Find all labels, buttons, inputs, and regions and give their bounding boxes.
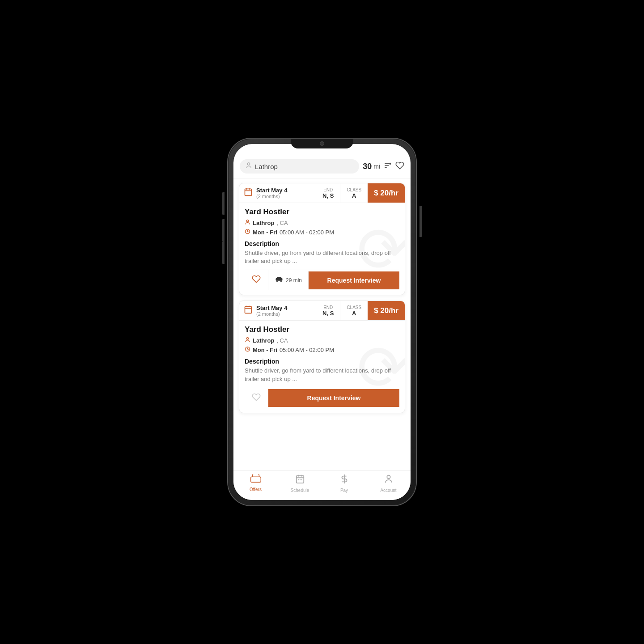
svg-point-18 (246, 338, 248, 339)
start-label-1: Start May 4 (256, 187, 287, 194)
schedule-time-2: 05:00 AM - 02:00 PM (280, 347, 334, 353)
app-content: Lathrop 30 mi (233, 154, 411, 500)
class-value-2: A (352, 310, 356, 317)
account-nav-label: Account (380, 488, 396, 493)
start-duration-1: (2 months) (256, 194, 287, 199)
car-icon-1 (275, 275, 284, 285)
nav-account[interactable]: Account (366, 474, 411, 493)
class-box-2: Class A (340, 301, 368, 320)
desc-title-2: Description (245, 358, 399, 365)
svg-point-13 (280, 280, 282, 282)
svg-rect-11 (277, 277, 281, 279)
card-body-2: Yard Hostler Lathrop , CA (239, 321, 405, 412)
location-state-2: , CA (276, 337, 288, 344)
card-header-left-2: Start May 4 (2 months) (239, 301, 316, 320)
save-job-button-1[interactable] (245, 270, 268, 290)
svg-point-29 (387, 475, 390, 479)
location-search[interactable]: Lathrop (240, 159, 359, 174)
offers-nav-icon (250, 474, 261, 486)
job-location-1: Lathrop , CA (245, 219, 399, 226)
price-badge-1: $ 20/hr (368, 183, 405, 203)
job-location-2: Lathrop , CA (245, 337, 399, 344)
schedule-nav-label: Schedule (291, 488, 309, 493)
schedule-nav-icon (295, 474, 305, 487)
job-card-1: Start May 4 (2 months) END N, S Class A (239, 183, 405, 295)
drive-time-text-1: 29 min (286, 277, 302, 284)
phone-frame: Lathrop 30 mi (228, 139, 416, 505)
phone-camera (320, 141, 324, 146)
save-job-button-2[interactable] (245, 388, 268, 408)
class-box-1: Class A (340, 183, 368, 203)
svg-point-12 (276, 280, 278, 282)
phone-screen: Lathrop 30 mi (233, 144, 411, 500)
class-label-2: Class (347, 305, 361, 310)
end-box-1: END N, S (316, 183, 340, 203)
job-cards-list: Start May 4 (2 months) END N, S Class A (233, 178, 411, 470)
price-badge-2: $ 20/hr (368, 301, 405, 320)
favorites-icon[interactable] (395, 161, 404, 172)
card-footer-2-partial: Request Interview (245, 388, 399, 408)
request-interview-button-2-partial[interactable]: Request Interview (268, 389, 399, 407)
svg-point-8 (246, 220, 248, 222)
nav-offers[interactable]: Offers (233, 474, 278, 493)
card-header-left-1: Start May 4 (2 months) (239, 183, 316, 203)
distance-box[interactable]: 30 mi (363, 162, 380, 171)
clock-icon-1 (245, 229, 250, 236)
calendar-icon-2 (244, 305, 253, 316)
class-value-1: A (352, 192, 356, 199)
svg-rect-20 (250, 477, 261, 482)
svg-point-0 (247, 163, 250, 165)
class-label-1: Class (347, 187, 361, 192)
distance-unit: mi (373, 163, 380, 170)
nav-pay[interactable]: Pay (322, 474, 366, 493)
svg-rect-14 (245, 307, 252, 314)
header-bar: Lathrop 30 mi (233, 154, 411, 178)
job-card-2: Start May 4 (2 months) END N, S Class A (239, 301, 405, 413)
end-value-2: N, S (322, 310, 334, 317)
schedule-days-1: Mon - Fri (253, 229, 277, 236)
location-text: Lathrop (255, 163, 278, 170)
job-schedule-1: Mon - Fri 05:00 AM - 02:00 PM (245, 229, 399, 236)
desc-text-1: Shuttle driver, go from yard to differen… (245, 249, 399, 265)
distance-number: 30 (363, 162, 372, 171)
start-label-2: Start May 4 (256, 305, 287, 311)
schedule-days-2: Mon - Fri (253, 347, 277, 353)
start-info-1: Start May 4 (2 months) (256, 187, 287, 199)
svg-rect-4 (245, 189, 252, 195)
end-label-2: END (323, 305, 333, 310)
bottom-navigation: Offers Schedule (233, 470, 411, 500)
sort-icon[interactable] (384, 161, 392, 172)
request-interview-button-1[interactable]: Request Interview (309, 271, 399, 289)
job-title-1: Yard Hostler (245, 208, 399, 216)
pay-nav-label: Pay (340, 488, 348, 493)
offers-nav-label: Offers (250, 487, 262, 492)
calendar-icon-1 (244, 187, 253, 199)
pay-nav-icon (339, 474, 349, 487)
phone-notch (291, 139, 353, 148)
desc-text-2: Shuttle driver, go from yard to differen… (245, 367, 399, 383)
drive-time-1: 29 min (268, 271, 309, 289)
start-info-2: Start May 4 (2 months) (256, 305, 287, 317)
desc-title-1: Description (245, 240, 399, 247)
location-city-2: Lathrop (253, 337, 274, 344)
nav-schedule[interactable]: Schedule (278, 474, 322, 493)
end-box-2: END N, S (316, 301, 340, 320)
card-footer-1: 29 min Request Interview (245, 270, 399, 290)
schedule-time-1: 05:00 AM - 02:00 PM (280, 229, 334, 236)
person-icon (245, 162, 252, 171)
location-state-1: , CA (276, 220, 288, 226)
card-header-2: Start May 4 (2 months) END N, S Class A (239, 301, 405, 321)
location-city-1: Lathrop (253, 220, 274, 226)
end-value-1: N, S (322, 192, 334, 199)
account-nav-icon (384, 474, 394, 487)
clock-icon-2 (245, 346, 250, 353)
location-pin-icon-2 (245, 337, 250, 344)
start-duration-2: (2 months) (256, 311, 287, 317)
card-header-1: Start May 4 (2 months) END N, S Class A (239, 183, 405, 203)
card-body-1: Yard Hostler Lathrop , CA (239, 203, 405, 295)
job-schedule-2: Mon - Fri 05:00 AM - 02:00 PM (245, 346, 399, 353)
job-title-2: Yard Hostler (245, 325, 399, 334)
location-pin-icon-1 (245, 219, 250, 226)
end-label-1: END (323, 187, 333, 192)
